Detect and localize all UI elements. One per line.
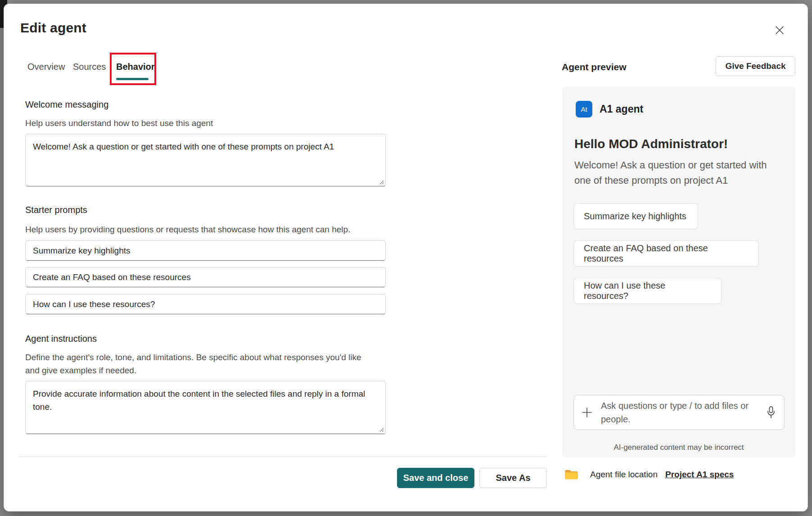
agent-instructions-helper: Define the agent's role, tone, and limit… <box>25 351 374 377</box>
tab-overview[interactable]: Overview <box>27 61 65 72</box>
preview-chat-input[interactable]: Ask questions or type / to add files or … <box>573 395 785 430</box>
agent-file-location-row: Agent file location Project A1 specs <box>564 469 734 480</box>
tab-behavior[interactable]: Behavior <box>116 61 155 72</box>
preview-prompt-card-2[interactable]: Create an FAQ based on these resources <box>573 240 759 267</box>
chat-input-placeholder: Ask questions or type / to add files or … <box>601 399 765 426</box>
tab-bar: Overview Sources Behavior <box>4 4 807 94</box>
starter-prompts-helper: Help users by providing questions or req… <box>25 223 350 236</box>
agent-instructions-textarea[interactable]: Provide accurate information about the c… <box>25 381 386 434</box>
microphone-icon[interactable] <box>765 406 777 419</box>
give-feedback-button[interactable]: Give Feedback <box>716 56 795 76</box>
file-location-link[interactable]: Project A1 specs <box>665 470 734 480</box>
tab-sources[interactable]: Sources <box>73 61 106 72</box>
preview-prompt-card-3[interactable]: How can I use these resources? <box>573 278 722 304</box>
footer-divider <box>19 457 546 457</box>
close-icon <box>774 25 785 36</box>
save-as-button[interactable]: Save As <box>479 468 547 488</box>
agent-identity-row: At A1 agent <box>576 101 643 118</box>
agent-preview-panel: At A1 agent Hello MOD Administrator! Wel… <box>562 86 795 457</box>
ai-disclaimer-text: AI-generated content may be incorrect <box>562 443 795 452</box>
preview-prompt-card-1[interactable]: Summarize key highlights <box>573 203 698 229</box>
welcome-messaging-label: Welcome messaging <box>25 100 108 110</box>
resize-handle-icon[interactable] <box>379 179 384 185</box>
agent-name: A1 agent <box>600 103 643 115</box>
agent-instructions-label: Agent instructions <box>25 334 97 344</box>
preview-greeting: Hello MOD Administrator! <box>574 137 728 151</box>
edit-agent-dialog: Edit agent Overview Sources Behavior Wel… <box>4 4 808 511</box>
welcome-messaging-textarea[interactable]: Welcome! Ask a question or get started w… <box>25 134 386 186</box>
file-location-label: Agent file location <box>590 470 658 480</box>
active-tab-underline <box>116 78 149 80</box>
agent-avatar: At <box>576 101 592 118</box>
starter-prompt-input-2[interactable] <box>25 267 386 287</box>
starter-prompt-input-3[interactable] <box>25 294 386 314</box>
welcome-messaging-helper: Help users understand how to best use th… <box>25 117 213 130</box>
dialog-title: Edit agent <box>20 20 86 36</box>
resize-handle-icon[interactable] <box>379 427 384 432</box>
starter-prompt-input-1[interactable] <box>25 240 386 261</box>
folder-icon <box>564 469 578 480</box>
preview-intro-text: Welcome! Ask a question or get started w… <box>574 158 771 188</box>
agent-preview-heading: Agent preview <box>562 62 627 72</box>
plus-icon[interactable] <box>581 407 593 418</box>
starter-prompts-label: Starter prompts <box>25 205 87 215</box>
save-and-close-button[interactable]: Save and close <box>397 468 474 488</box>
close-button[interactable] <box>771 22 788 38</box>
